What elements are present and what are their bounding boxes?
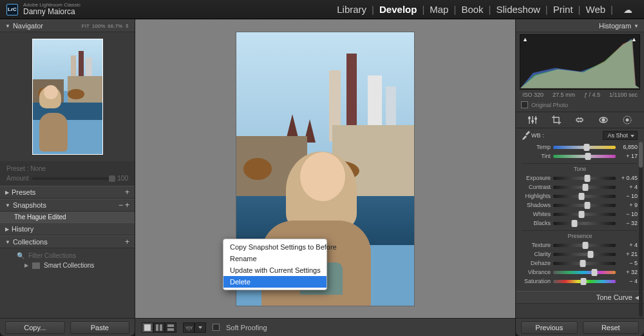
histogram-chart[interactable]: ▲ ▲ xyxy=(520,34,640,90)
exif-focal: 27.5 mm xyxy=(553,92,575,98)
collections-list: 🔍 Filter Collections ▶ Smart Collections xyxy=(0,248,135,277)
collections-filter-placeholder: Filter Collections xyxy=(28,252,76,259)
svg-marker-6 xyxy=(198,326,202,329)
redeye-tool-icon[interactable] xyxy=(598,114,609,126)
presence-slider-row: Saturation− 4 xyxy=(522,277,638,286)
menu-rename[interactable]: Rename xyxy=(223,253,327,264)
presence-slider[interactable] xyxy=(553,280,616,283)
amount-slider[interactable] xyxy=(32,177,113,180)
tone-curve-header[interactable]: Tone Curve ◀ xyxy=(516,291,644,304)
smart-collections-row[interactable]: ▶ Smart Collections xyxy=(0,261,135,270)
tone-label: Shadows xyxy=(522,202,551,208)
remove-snapshot-icon[interactable]: − xyxy=(118,201,123,210)
soft-proofing-checkbox[interactable] xyxy=(213,324,220,331)
svg-rect-4 xyxy=(167,328,174,331)
module-slideshow[interactable]: Slideshow xyxy=(491,4,545,15)
add-collection-icon[interactable]: + xyxy=(125,237,129,246)
masking-tool-icon[interactable] xyxy=(621,114,633,126)
copy-button[interactable]: Copy... xyxy=(5,321,65,334)
dropdown-icon[interactable] xyxy=(194,322,206,333)
app-logo: LrC xyxy=(6,4,18,15)
presence-label: Texture xyxy=(522,242,551,248)
menu-update-current[interactable]: Update with Current Settings xyxy=(223,264,327,276)
module-library[interactable]: Library xyxy=(332,4,372,15)
snapshots-header[interactable]: ▼ Snapshots − + xyxy=(0,199,135,212)
svg-point-13 xyxy=(535,117,537,119)
presence-section-label: Presence xyxy=(522,230,638,239)
histogram-header[interactable]: Histogram ▼ xyxy=(516,19,644,32)
before-after-lr-button[interactable] xyxy=(153,322,165,333)
svg-point-16 xyxy=(602,119,605,121)
tone-slider[interactable] xyxy=(553,177,616,180)
wb-preset-select[interactable]: As Shot xyxy=(603,131,638,140)
zoom-menu-icon[interactable]: ⇕ xyxy=(125,23,129,29)
module-develop[interactable]: Develop xyxy=(374,4,422,15)
white-balance-row: WB : As Shot xyxy=(522,131,638,140)
presence-slider[interactable] xyxy=(553,271,616,274)
module-web[interactable]: Web xyxy=(581,4,611,15)
scrollbar-thumb[interactable] xyxy=(639,142,643,168)
module-print[interactable]: Print xyxy=(548,4,578,15)
exif-shutter: 1/1100 sec xyxy=(609,92,638,98)
healing-tool-icon[interactable] xyxy=(574,114,585,126)
crop-tool-icon[interactable] xyxy=(551,114,562,126)
zoom-66[interactable]: 66.7% xyxy=(108,23,122,29)
svg-rect-14 xyxy=(576,119,583,121)
menu-delete[interactable]: Delete xyxy=(223,276,327,288)
wb-slider[interactable] xyxy=(553,146,616,149)
original-photo-row[interactable]: Original Photo xyxy=(516,100,644,112)
paste-button[interactable]: Paste xyxy=(70,321,130,334)
previous-button[interactable]: Previous xyxy=(521,321,578,334)
exif-strip: ISO 320 27.5 mm ƒ / 4.5 1/1100 sec xyxy=(516,90,644,100)
cloud-sync-icon[interactable]: ☁ xyxy=(618,5,638,15)
right-scrollbar[interactable] xyxy=(639,142,643,317)
tone-label: Whites xyxy=(522,211,551,217)
exif-iso: ISO 320 xyxy=(522,92,544,98)
navigator-preview[interactable] xyxy=(0,32,135,161)
module-map[interactable]: Map xyxy=(424,4,453,15)
wb-slider-row: Temp6,850 xyxy=(522,143,638,152)
presets-title: Presets xyxy=(12,188,35,196)
presets-header[interactable]: ▶ Presets + xyxy=(0,186,135,199)
history-header[interactable]: ▶ History xyxy=(0,222,135,235)
presence-label: Dehaze xyxy=(522,260,551,266)
presence-slider[interactable] xyxy=(553,253,616,256)
presence-value: − 5 xyxy=(618,260,638,266)
tone-slider[interactable] xyxy=(553,213,616,216)
snapshots-title: Snapshots xyxy=(13,201,46,209)
presence-slider-row: Dehaze− 5 xyxy=(522,259,638,268)
original-photo-checkbox[interactable] xyxy=(521,101,528,108)
tone-slider[interactable] xyxy=(553,186,616,189)
presence-slider[interactable] xyxy=(553,244,616,247)
before-after-swap[interactable]: Y|Y xyxy=(183,322,206,333)
tone-slider[interactable] xyxy=(553,222,616,225)
tone-label: Blacks xyxy=(522,220,551,226)
add-snapshot-icon[interactable]: + xyxy=(125,201,129,210)
wb-slider[interactable] xyxy=(553,155,616,158)
before-after-tb-button[interactable] xyxy=(165,322,176,333)
left-bottom-toolbar: Copy... Paste xyxy=(0,318,135,336)
add-preset-icon[interactable]: + xyxy=(125,188,129,197)
module-book[interactable]: Book xyxy=(456,4,488,15)
zoom-fit[interactable]: FIT xyxy=(82,23,90,29)
menu-copy-snapshot-settings[interactable]: Copy Snapshot Settings to Before xyxy=(223,241,327,253)
collections-filter[interactable]: 🔍 Filter Collections xyxy=(0,251,135,261)
snapshot-item[interactable]: The Hague Edited xyxy=(0,212,135,222)
loupe-view-button[interactable] xyxy=(142,322,153,333)
presence-slider-row: Vibrance+ 32 xyxy=(522,268,638,277)
collections-header[interactable]: ▼ Collections + xyxy=(0,235,135,248)
develop-toolstrip xyxy=(516,112,644,128)
tone-label: Exposure xyxy=(522,175,551,181)
zoom-100[interactable]: 100% xyxy=(92,23,105,29)
svg-point-12 xyxy=(532,120,534,122)
navigator-thumbnail xyxy=(32,39,103,155)
tone-slider[interactable] xyxy=(553,204,616,207)
chevron-right-icon: ▶ xyxy=(5,226,9,232)
right-panel: Histogram ▼ ▲ ▲ ISO 320 27.5 mm ƒ / 4.5 … xyxy=(515,19,644,336)
wb-eyedropper-icon[interactable] xyxy=(522,131,531,140)
tone-slider[interactable] xyxy=(553,195,616,198)
navigator-header[interactable]: ▼ Navigator FIT 100% 66.7% ⇕ xyxy=(0,19,135,32)
edit-tool-icon[interactable] xyxy=(527,114,538,126)
reset-button[interactable]: Reset xyxy=(583,321,639,334)
presence-slider[interactable] xyxy=(553,262,616,265)
